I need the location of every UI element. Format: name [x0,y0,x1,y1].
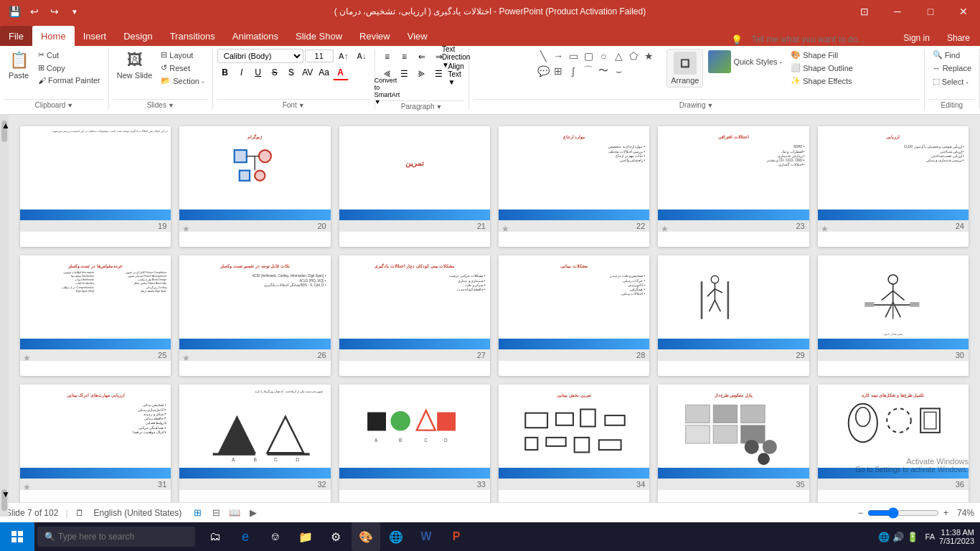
sign-in-button[interactable]: Sign in [896,30,937,46]
customize-quick-access-button[interactable]: ▼ [66,3,83,20]
left-scroll-area[interactable]: ▲ ▼ [0,115,9,517]
zoom-slider[interactable] [867,507,939,519]
shape-fill-button[interactable]: 🎨Shape Fill [787,49,857,61]
shape-outline-button[interactable]: ⬜Shape Outline [787,62,857,74]
shape-arc[interactable]: ⌣ [611,64,626,78]
save-button[interactable]: 💾 [6,3,23,20]
strikethrough-button[interactable]: S [267,65,283,80]
slide-thumb-21[interactable]: تمرین 21 [339,126,490,247]
slide-sorter-button[interactable]: ⊟ [207,504,225,522]
arrange-button[interactable]: 🔲 Arrange [666,49,703,88]
shape-more[interactable]: ⊞ [551,64,565,78]
redo-button[interactable]: ↪ [46,3,63,20]
change-case-button[interactable]: Aa [316,65,332,80]
align-right-button[interactable]: ⫸ [414,66,430,82]
underline-button[interactable]: U [250,65,266,80]
scroll-down-arrow[interactable]: ▼ [1,489,7,511]
word-button[interactable]: W [412,522,440,551]
cut-button[interactable]: ✂Cut [34,49,104,61]
slide-thumb-34[interactable]: تمرین بخش بینایی [499,385,649,505]
taskbar-search-input[interactable] [58,532,180,542]
numbering-button[interactable]: ≡ [397,49,413,65]
shape-pentagon[interactable]: ⬠ [626,49,641,63]
select-button[interactable]: ⬚Select - [929,75,972,88]
font-name-select[interactable]: Calibri (Body) [217,49,303,63]
new-slide-button[interactable]: 🖼 New Slide [113,49,156,82]
reading-view-button[interactable]: 📖 [226,504,243,522]
slide-thumb-20[interactable]: ژنوگرام ★ 20 [179,126,330,247]
slideshow-button[interactable]: ▶ [245,504,262,522]
taskbar-search-bar[interactable]: 🔍 [37,527,195,547]
share-button[interactable]: Share [940,30,977,46]
slide-thumb-33[interactable]: A B C D 33 [339,385,490,505]
unknown-app-3[interactable]: 🌐 [382,522,410,551]
slide-thumb-23[interactable]: اختلالات افتراقی • ADHD• اضطراب و تیک• پ… [658,126,809,247]
slide-thumb-26[interactable]: نکات قابل توجه در تفسیر تست وکسلر • ACID… [179,255,330,376]
reset-button[interactable]: ↺Reset [157,62,207,74]
shape-triangle[interactable]: △ [611,49,626,63]
align-text-button[interactable]: Align Text ▼ [448,66,464,82]
system-clock[interactable]: 11:38 AM 7/31/2023 [939,528,974,545]
restore-button[interactable]: ⊡ [848,0,881,23]
shape-arrow[interactable]: → [551,49,565,63]
slide-thumb-36[interactable]: تکمیل طرح‌ها و شکل‌های نیمه کاره 36 [818,385,969,505]
minimize-button[interactable]: ─ [881,0,914,23]
character-spacing-button[interactable]: AV [300,65,316,80]
shape-star[interactable]: ★ [641,49,656,63]
increase-font-button[interactable]: A↑ [335,50,352,62]
tab-slideshow[interactable]: Slide Show [287,26,351,46]
scroll-up-arrow[interactable]: ▲ [1,121,7,142]
language-input-indicator[interactable]: FA [923,532,935,541]
slide-thumb-35[interactable]: پازل معکوس طرح‌دار [658,385,809,505]
slide-thumb-22[interactable]: موارد ارجاع • موارد ارجاع به متخصص• بررس… [499,126,649,247]
unknown-app-1[interactable]: ⚙ [321,522,350,551]
slide-thumb-29[interactable]: 29 [658,255,809,376]
shape-rounded-rect[interactable]: ▢ [581,49,595,63]
justify-button[interactable]: ☰ [431,66,447,82]
convert-smartart-button[interactable]: Convert to SmartArt ▼ [380,83,395,99]
zoom-out-button[interactable]: − [858,508,863,518]
slide-thumb-31[interactable]: ارزیابی مهارت‌های ادراک بینایی ۱ تشخیص ب… [20,385,171,505]
bluetooth-button[interactable]: ⎊ [261,522,290,551]
paste-button[interactable]: 📋 Paste [4,49,33,82]
font-size-input[interactable] [305,50,334,62]
shape-oval[interactable]: ○ [596,49,611,63]
shape-freeform[interactable]: 〜 [596,64,611,78]
file-explorer-button[interactable]: 📁 [291,522,320,551]
italic-button[interactable]: I [234,65,250,80]
section-button[interactable]: 📂Section - [157,75,207,87]
slide-thumb-27[interactable]: مشکلات بینی کودکان دچار اختلالات یادگیری… [339,255,490,376]
shape-line[interactable]: ╲ [536,49,550,63]
bullets-button[interactable]: ≡ [380,49,395,65]
tab-review[interactable]: Review [351,26,399,46]
taskview-button[interactable]: 🗂 [201,522,230,551]
shape-callout[interactable]: 💬 [536,64,550,78]
unknown-app-2[interactable]: 🎨 [352,522,380,551]
tab-insert[interactable]: Insert [75,26,116,46]
start-button[interactable] [0,522,34,551]
copy-button[interactable]: ⊞Copy [34,62,104,74]
edge-button[interactable]: e [231,522,260,551]
tab-home[interactable]: Home [32,26,75,46]
notes-button[interactable]: 🗒 [75,508,84,518]
tab-transitions[interactable]: Transitions [161,26,224,46]
slide-thumb-30[interactable]: سفر تعادل با فرد 30 [818,255,969,376]
bold-button[interactable]: B [217,65,233,80]
tell-me-box[interactable]: 💡 [731,33,896,46]
tab-file[interactable]: File [0,26,32,46]
font-color-button[interactable]: A [333,65,349,80]
tab-view[interactable]: View [399,26,436,46]
shape-connector[interactable]: ⌒ [581,64,595,78]
slide-thumb-19[interactable]: در این اسلاید متن اختلالات یادگیری نوشته… [20,126,171,247]
close-button[interactable]: ✕ [947,0,980,23]
format-painter-button[interactable]: 🖌Format Painter [34,75,104,86]
zoom-in-button[interactable]: + [943,508,948,518]
decrease-indent-button[interactable]: ⇐ [414,49,430,65]
replace-button[interactable]: ↔Replace [929,62,975,74]
tab-design[interactable]: Design [115,26,161,46]
maximize-button[interactable]: □ [914,0,947,23]
shape-curve[interactable]: ∫ [566,64,580,78]
powerpoint-button[interactable]: P [442,522,471,551]
shape-effects-button[interactable]: ✨Shape Effects [787,75,857,87]
tell-me-input[interactable] [745,33,889,46]
